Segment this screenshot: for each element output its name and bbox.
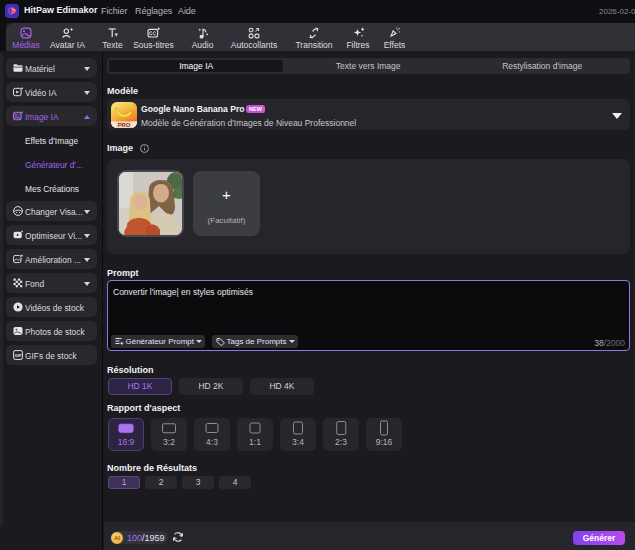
svg-text:PRO: PRO [118, 122, 131, 128]
svg-text:GIF: GIF [15, 353, 22, 358]
